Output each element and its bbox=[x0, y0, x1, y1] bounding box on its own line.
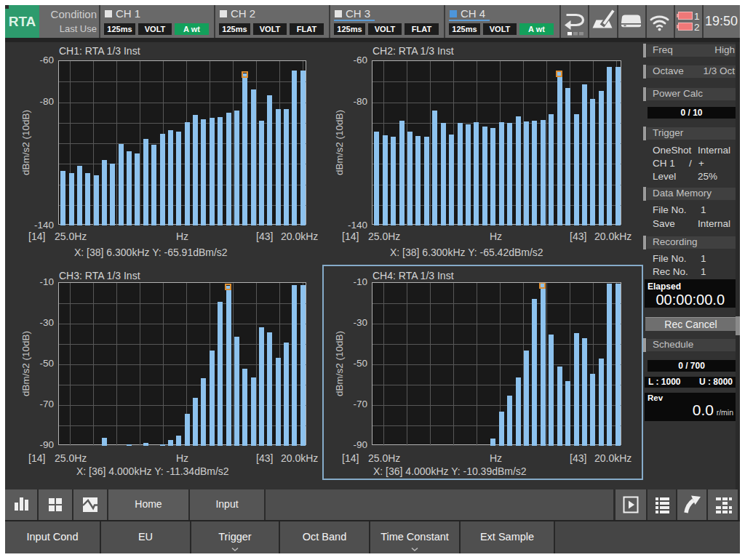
svg-text:2: 2 bbox=[694, 22, 700, 33]
svg-text:1: 1 bbox=[694, 11, 700, 22]
